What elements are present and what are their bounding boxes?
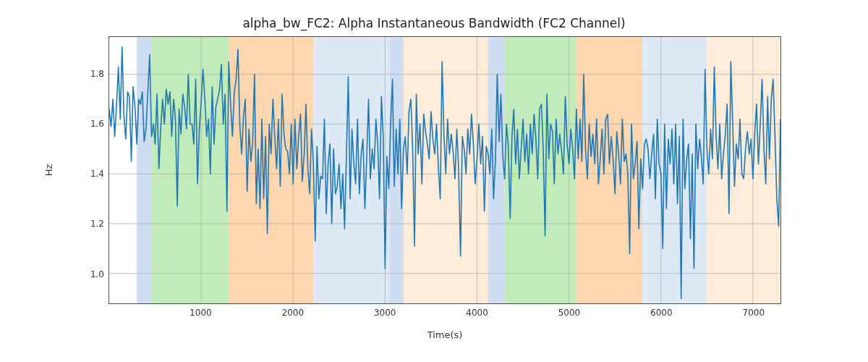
- x-tick-label: 6000: [650, 308, 673, 318]
- x-tick-label: 7000: [742, 308, 765, 318]
- background-span: [137, 37, 151, 303]
- y-tick-label: 1.4: [80, 169, 104, 179]
- x-axis-label: Time(s): [109, 329, 781, 340]
- background-span: [505, 37, 576, 303]
- x-tick-label: 3000: [374, 308, 396, 318]
- background-span: [151, 37, 229, 303]
- x-tick-label: 1000: [190, 308, 212, 318]
- plot-svg: [109, 37, 780, 303]
- chart-axes: [109, 36, 781, 304]
- y-tick-label: 1.8: [80, 69, 104, 79]
- chart-title: alpha_bw_FC2: Alpha Instantaneous Bandwi…: [0, 16, 868, 30]
- x-tick-label: 2000: [282, 308, 305, 318]
- y-axis-label: Hz: [43, 36, 58, 304]
- y-tick-label: 1.6: [80, 119, 104, 129]
- x-tick-label: 5000: [558, 308, 581, 318]
- y-tick-label: 1.0: [80, 269, 104, 279]
- background-span: [229, 37, 313, 303]
- x-tick-label: 4000: [466, 308, 488, 318]
- figure: alpha_bw_FC2: Alpha Instantaneous Bandwi…: [0, 0, 868, 362]
- y-tick-label: 1.2: [80, 219, 104, 229]
